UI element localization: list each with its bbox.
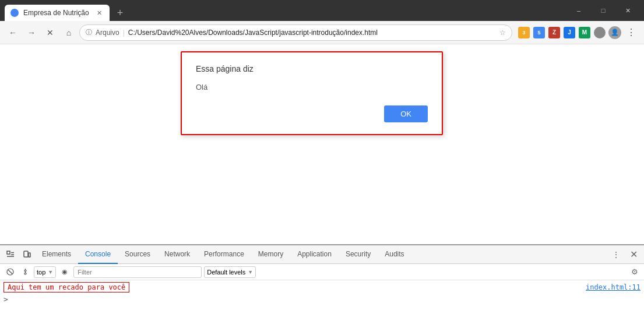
browser-menu-button[interactable]: ⋮: [623, 24, 639, 41]
toolbar-icon-4[interactable]: J: [562, 26, 576, 40]
devtools-tab-security[interactable]: Security: [339, 245, 378, 264]
home-button[interactable]: ⌂: [61, 24, 77, 41]
alert-message: Olá: [196, 83, 428, 91]
back-button[interactable]: ←: [5, 24, 21, 41]
url-text: C:/Users/David%20Alves/Downloads/JavaScr…: [128, 29, 378, 37]
stop-button[interactable]: ✕: [42, 24, 58, 41]
profile-icon[interactable]: 👤: [608, 26, 622, 40]
alert-ok-button[interactable]: OK: [384, 105, 428, 122]
devtools-tab-audits[interactable]: Audits: [378, 245, 411, 264]
devtools-more-button[interactable]: ⋮: [608, 246, 624, 263]
devtools-tabs: Elements Console Sources Network Perform…: [0, 245, 644, 264]
console-source-link[interactable]: index.html:11: [586, 283, 641, 291]
devtools-tab-application[interactable]: Application: [290, 245, 339, 264]
log-levels-selector[interactable]: Default levels ▼: [204, 266, 256, 278]
browser-window: Empresa de Nutrição ✕ + – □ ✕ ← → ✕ ⌂ ⓘ …: [0, 0, 644, 317]
console-eye-button[interactable]: ◉: [58, 266, 71, 279]
title-bar: Empresa de Nutrição ✕ + – □ ✕: [0, 0, 644, 21]
url-separator: |: [123, 29, 125, 37]
svg-rect-4: [24, 251, 28, 257]
devtools-tab-memory[interactable]: Memory: [251, 245, 290, 264]
toolbar-icon-3[interactable]: Z: [547, 26, 561, 40]
alert-buttons: OK: [196, 105, 428, 122]
devtools-tab-elements[interactable]: Elements: [35, 245, 78, 264]
minimize-button[interactable]: –: [567, 2, 590, 19]
toolbar-icon-5[interactable]: M: [578, 26, 592, 40]
bookmark-icon[interactable]: ☆: [499, 29, 506, 37]
devtools-inspect-button[interactable]: [2, 246, 19, 263]
tab-label: Empresa de Nutrição: [23, 9, 89, 17]
console-gear-icon[interactable]: ⚙: [629, 266, 641, 278]
window-controls: – □ ✕: [567, 2, 639, 19]
tab-favicon: [10, 9, 19, 17]
devtools-tab-console[interactable]: Console: [78, 245, 118, 264]
context-selector[interactable]: top ▼: [34, 266, 56, 278]
svg-point-8: [24, 270, 26, 272]
toolbar-icon-6[interactable]: [593, 26, 607, 40]
page-content: Essa página diz Olá OK: [0, 44, 644, 244]
console-output: Aqui tem um recado para você index.html:…: [0, 280, 644, 317]
nav-bar: ← → ✕ ⌂ ⓘ Arquivo | C:/Users/David%20Alv…: [0, 21, 644, 44]
console-message: Aqui tem um recado para você: [3, 282, 129, 293]
info-icon: ⓘ: [86, 28, 92, 37]
console-toolbar: top ▼ ◉ Default levels ▼ ⚙: [0, 264, 644, 280]
toolbar-icons: 3 5 Z J M 👤 ⋮: [517, 24, 639, 41]
toolbar-icon-2[interactable]: 5: [532, 26, 546, 40]
alert-title: Essa página diz: [196, 64, 428, 73]
address-bar[interactable]: ⓘ Arquivo | C:/Users/David%20Alves/Downl…: [79, 24, 512, 41]
console-prompt-line: >: [3, 293, 641, 305]
devtools-tab-sources[interactable]: Sources: [118, 245, 157, 264]
console-filter-input[interactable]: [73, 266, 202, 278]
tab-bar: Empresa de Nutrição ✕ +: [5, 0, 565, 21]
svg-point-11: [24, 273, 26, 274]
forward-button[interactable]: →: [23, 24, 40, 41]
devtools-close-button[interactable]: ✕: [625, 246, 642, 263]
close-button[interactable]: ✕: [616, 2, 639, 19]
console-prompt-symbol[interactable]: >: [3, 295, 8, 304]
maximize-button[interactable]: □: [592, 2, 615, 19]
svg-line-7: [8, 270, 12, 274]
tab-close-button[interactable]: ✕: [94, 8, 104, 17]
console-settings-button[interactable]: [19, 266, 31, 279]
active-tab[interactable]: Empresa de Nutrição ✕: [5, 5, 110, 21]
svg-rect-5: [29, 253, 30, 257]
console-clear-button[interactable]: [3, 266, 16, 279]
console-log-line: Aqui tem um recado para você index.html:…: [3, 281, 641, 293]
alert-dialog: Essa página diz Olá OK: [181, 51, 443, 135]
devtools-panel: Elements Console Sources Network Perform…: [0, 244, 644, 317]
devtools-tab-network[interactable]: Network: [157, 245, 197, 264]
devtools-tab-performance[interactable]: Performance: [197, 245, 251, 264]
arquivo-label: Arquivo: [96, 29, 119, 37]
toolbar-icon-1[interactable]: 3: [517, 26, 531, 40]
devtools-device-button[interactable]: [19, 246, 35, 263]
new-tab-button[interactable]: +: [112, 5, 128, 21]
svg-rect-0: [7, 251, 10, 254]
devtools-right-controls: ⋮ ✕: [608, 246, 642, 263]
